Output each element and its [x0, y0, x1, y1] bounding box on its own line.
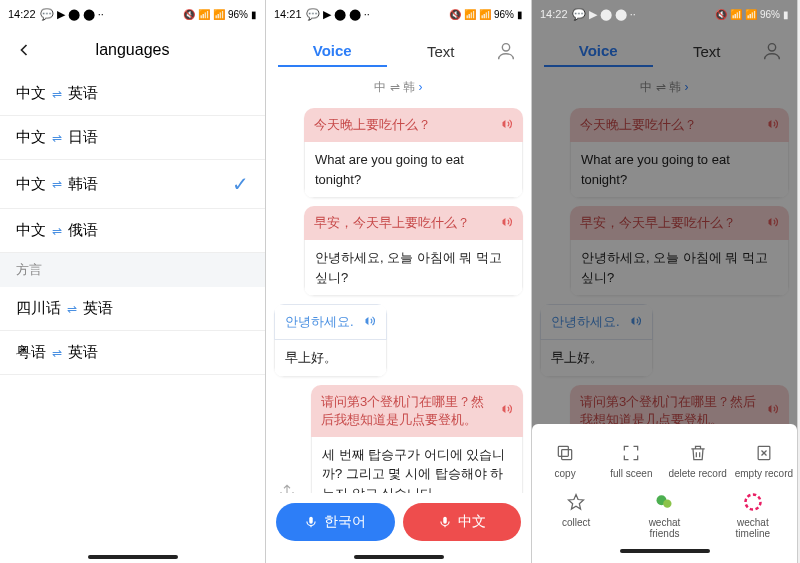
sheet-copy[interactable]: copy	[535, 442, 595, 479]
sheet-fullscreen[interactable]: full sceen	[601, 442, 661, 479]
star-icon	[565, 491, 587, 513]
arrow-left-icon	[14, 40, 34, 60]
swap-icon: ⇌	[52, 177, 62, 191]
language-item[interactable]: 粤语⇌英语	[0, 331, 265, 375]
status-signal-icons: 🔇 📶 📶	[449, 9, 491, 20]
svg-point-9	[745, 495, 760, 510]
message-translation: 세 번째 탑승구가 어디에 있습니까? 그리고 몇 시에 탑승해야 하는지 알고…	[311, 437, 523, 494]
status-time: 14:22	[540, 8, 568, 20]
status-notif-icons: 💬 ▶ ⬤ ⬤ ··	[40, 8, 104, 21]
status-bar: 14:22 💬 ▶ ⬤ ⬤ ·· 🔇 📶 📶 96% ▮	[0, 0, 265, 28]
message[interactable]: 早安，今天早上要吃什么？안녕하세요, 오늘 아침에 뭐 먹고 싶니?	[274, 206, 523, 296]
voice-input-chinese[interactable]: 中文	[403, 503, 522, 541]
lang-pair-selector[interactable]: 中 ⇌ 韩 ›	[266, 75, 531, 104]
screen-chat-actions: 14:22 💬 ▶ ⬤ ⬤ ·· 🔇 📶 📶 96% ▮ Voice Text …	[532, 0, 798, 563]
tabs: Voice Text	[266, 28, 531, 75]
action-sheet: copyfull sceendelete recordempty record …	[532, 424, 797, 563]
nav-pill	[620, 549, 710, 553]
share-icon	[278, 483, 296, 493]
sheet-empty[interactable]: empty record	[734, 442, 794, 479]
user-icon	[495, 40, 517, 62]
nav-pill	[354, 555, 444, 559]
svg-point-8	[664, 500, 672, 508]
input-buttons: 한국어 中文	[266, 493, 531, 551]
mic-icon	[304, 515, 318, 529]
voice-input-korean[interactable]: 한국어	[276, 503, 395, 541]
message-source: 안녕하세요.	[274, 304, 387, 340]
sheet-star[interactable]: collect	[546, 491, 606, 539]
language-item[interactable]: 中文⇌日语	[0, 116, 265, 160]
status-time: 14:21	[274, 8, 302, 20]
nav-pill	[88, 555, 178, 559]
swap-icon: ⇌	[52, 131, 62, 145]
svg-rect-1	[310, 517, 314, 524]
svg-rect-2	[443, 517, 447, 524]
status-battery: 96%	[228, 9, 248, 20]
chevron-right-icon: ›	[419, 80, 423, 94]
swap-icon: ⇌	[52, 346, 62, 360]
status-battery: 96%	[760, 9, 780, 20]
fullscreen-icon	[620, 442, 642, 464]
status-time: 14:22	[8, 8, 36, 20]
language-item[interactable]: 中文⇌俄语	[0, 209, 265, 253]
status-battery: 96%	[494, 9, 514, 20]
status-signal-icons: 🔇 📶 📶	[183, 9, 225, 20]
moments-icon	[742, 491, 764, 513]
status-bar: 14:21 💬 ▶ ⬤ ⬤ ·· 🔇 📶 📶 96% ▮	[266, 0, 531, 28]
swap-icon: ⇌	[52, 87, 62, 101]
header: languages	[0, 28, 265, 72]
chat-messages[interactable]: 今天晚上要吃什么？What are you going to eat tonig…	[266, 104, 531, 493]
message-translation: 안녕하세요, 오늘 아침에 뭐 먹고 싶니?	[304, 240, 523, 296]
status-notif-icons: 💬 ▶ ⬤ ⬤ ··	[572, 8, 636, 21]
message[interactable]: 안녕하세요.早上好。	[274, 304, 523, 377]
tab-voice[interactable]: Voice	[278, 36, 387, 67]
screen-languages: 14:22 💬 ▶ ⬤ ⬤ ·· 🔇 📶 📶 96% ▮ languages 中…	[0, 0, 266, 563]
sound-icon[interactable]	[499, 117, 513, 134]
message-translation: 早上好。	[274, 340, 387, 377]
status-bar: 14:22 💬 ▶ ⬤ ⬤ ·· 🔇 📶 📶 96% ▮	[532, 0, 797, 28]
sheet-trash[interactable]: delete record	[668, 442, 728, 479]
svg-rect-4	[562, 450, 572, 460]
message-source: 早安，今天早上要吃什么？	[304, 206, 523, 240]
message-source: 今天晚上要吃什么？	[304, 108, 523, 142]
language-item[interactable]: 中文⇌韩语✓	[0, 160, 265, 209]
sound-icon[interactable]	[499, 215, 513, 232]
svg-point-0	[502, 43, 509, 50]
check-icon: ✓	[232, 172, 249, 196]
copy-icon	[554, 442, 576, 464]
swap-icon: ⇌	[67, 302, 77, 316]
page-title: languages	[36, 41, 229, 59]
mic-icon	[438, 515, 452, 529]
battery-icon: ▮	[251, 9, 257, 20]
section-dialects: 方言	[0, 253, 265, 287]
sheet-moments[interactable]: wechat timeline	[723, 491, 783, 539]
status-signal-icons: 🔇 📶 📶	[715, 9, 757, 20]
tab-text[interactable]: Text	[387, 37, 496, 66]
sound-icon[interactable]	[499, 402, 513, 419]
language-item[interactable]: 中文⇌英语	[0, 72, 265, 116]
screen-chat: 14:21 💬 ▶ ⬤ ⬤ ·· 🔇 📶 📶 96% ▮ Voice Text …	[266, 0, 532, 563]
wechat-icon	[653, 491, 675, 513]
sound-icon[interactable]	[362, 314, 376, 331]
sheet-wechat[interactable]: wechat friends	[634, 491, 694, 539]
message[interactable]: 今天晚上要吃什么？What are you going to eat tonig…	[274, 108, 523, 198]
trash-icon	[687, 442, 709, 464]
message-source: 请问第3个登机门在哪里？然后我想知道是几点要登机。	[311, 385, 523, 437]
language-item[interactable]: 四川话⇌英语	[0, 287, 265, 331]
share-button[interactable]: share	[274, 483, 299, 493]
status-notif-icons: 💬 ▶ ⬤ ⬤ ··	[306, 8, 370, 21]
message[interactable]: share请问第3个登机门在哪里？然后我想知道是几点要登机。세 번째 탑승구가 …	[274, 385, 523, 494]
svg-rect-5	[558, 446, 568, 456]
swap-icon: ⇌	[52, 224, 62, 238]
empty-icon	[753, 442, 775, 464]
message-translation: What are you going to eat tonight?	[304, 142, 523, 198]
battery-icon: ▮	[783, 9, 789, 20]
profile-button[interactable]	[495, 40, 519, 64]
language-list[interactable]: 中文⇌英语中文⇌日语中文⇌韩语✓中文⇌俄语方言四川话⇌英语粤语⇌英语	[0, 72, 265, 551]
back-button[interactable]	[12, 38, 36, 62]
battery-icon: ▮	[517, 9, 523, 20]
